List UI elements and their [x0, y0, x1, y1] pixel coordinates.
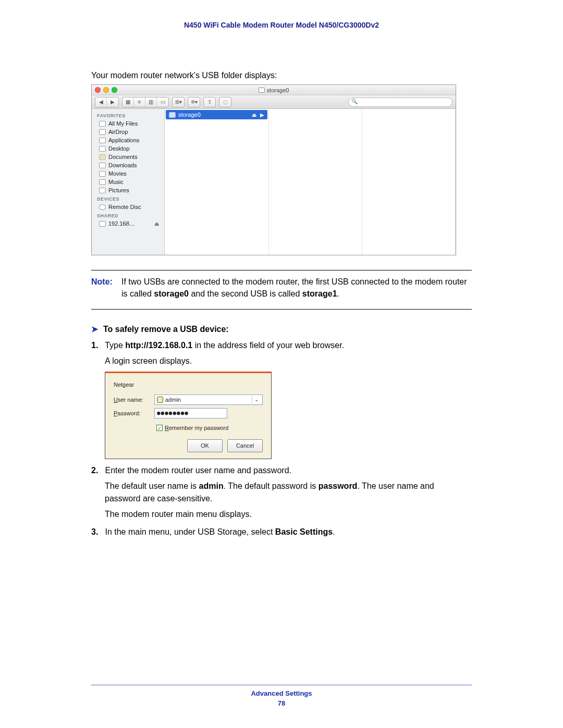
intro-text: Your modem router network's USB folder d… [91, 71, 472, 80]
procedure-title: To safely remove a USB device: [103, 325, 229, 334]
finder-column-3 [362, 109, 456, 255]
key-icon [157, 397, 163, 403]
cancel-button[interactable]: Cancel [227, 439, 263, 452]
column-view-icon[interactable]: ▥ [145, 97, 157, 107]
username-field[interactable]: admin ⌄ [154, 394, 263, 405]
all-my-files-icon [99, 121, 106, 127]
page-footer: Advanced Settings 78 [91, 664, 472, 707]
applications-icon [99, 138, 106, 143]
sidebar-item-downloads[interactable]: Downloads [92, 161, 164, 169]
step-number: 3. [91, 526, 103, 538]
zoom-icon[interactable] [112, 87, 117, 93]
arrange-button[interactable]: ⊞▾ [172, 97, 185, 107]
step-text: The default user name is admin. The defa… [105, 480, 472, 505]
action-button[interactable]: ✲▾ [188, 97, 200, 107]
sidebar-item-pictures[interactable]: Pictures [92, 186, 164, 194]
step-bold: admin [199, 482, 224, 490]
sidebar-item-movies[interactable]: Movies [92, 169, 164, 178]
list-view-icon[interactable]: ≡ [134, 97, 145, 107]
footer-divider [91, 685, 472, 685]
share-icon[interactable]: ⇪ [204, 97, 215, 107]
pictures-icon [99, 188, 106, 193]
server-icon [99, 221, 106, 227]
sidebar-head-favorites: FAVORITES [92, 111, 164, 119]
procedure-arrow-icon: ➤ [91, 324, 98, 334]
sidebar-item-music[interactable]: Music [92, 178, 164, 186]
sidebar-item-remote-disc[interactable]: Remote Disc [92, 203, 164, 211]
text-part: The default user name is [105, 482, 199, 490]
procedure-heading: ➤ To safely remove a USB device: [91, 324, 472, 334]
back-icon[interactable]: ◀ [95, 97, 107, 107]
step-bold: http://192.168.0.1 [125, 341, 192, 350]
window-controls[interactable] [95, 87, 117, 93]
steps-list: 1. Type http://192.168.0.1 in the addres… [91, 339, 472, 538]
password-value: ●●●●●●●● [157, 409, 189, 418]
step-3: 3. In the main menu, under USB Storage, … [105, 526, 472, 538]
selected-volume-label: storage0 [178, 112, 201, 118]
view-buttons[interactable]: ▦ ≡ ▥ ▭ [122, 97, 169, 107]
text-part: . The default password is [224, 482, 319, 490]
eject-icon[interactable]: ⏏ [154, 221, 159, 227]
sidebar-item-label: Desktop [108, 145, 129, 152]
eject-icon[interactable]: ⏏ [252, 112, 256, 118]
sidebar-item-label: Downloads [108, 162, 137, 168]
sidebar-item-all-my-files[interactable]: All My Files [92, 119, 164, 128]
finder-titlebar: storage0 [92, 85, 456, 95]
step-text: in the address field of your web browser… [192, 341, 344, 350]
finder-sidebar: FAVORITES All My Files AirDrop Applicati… [92, 109, 165, 255]
note-text: If two USBs are connected to the modem r… [121, 276, 472, 300]
selected-volume-row[interactable]: storage0 ⏏ ▶ [166, 110, 267, 119]
step-2: 2. Enter the modem router user name and … [105, 464, 472, 521]
finder-window: storage0 ◀ ▶ ▦ ≡ ▥ ▭ ⊞▾ ✲▾ ⇪ [91, 84, 456, 255]
nav-buttons[interactable]: ◀ ▶ [95, 97, 119, 107]
share-button[interactable]: ⇪ [203, 97, 216, 107]
checkbox-icon[interactable]: ✓ [156, 425, 163, 431]
sidebar-item-label: AirDrop [108, 129, 128, 135]
step-bold: password [319, 482, 358, 490]
disc-icon [99, 204, 106, 210]
tag-icon[interactable]: ◌ [219, 97, 231, 107]
step-text: Type [105, 341, 125, 350]
icon-view-icon[interactable]: ▦ [123, 97, 134, 107]
footer-page-number: 78 [91, 699, 472, 707]
gear-icon[interactable]: ✲▾ [188, 97, 200, 107]
finder-column-2 [269, 109, 362, 255]
step-bold: Basic Settings [275, 527, 333, 536]
step-text: The modem router main menu displays. [105, 508, 472, 521]
sidebar-item-applications[interactable]: Applications [92, 136, 164, 144]
step-text: Enter the modem router user name and pas… [105, 466, 291, 475]
sidebar-item-airdrop[interactable]: AirDrop [92, 128, 164, 136]
minimize-icon[interactable] [103, 87, 109, 93]
downloads-icon [99, 163, 106, 168]
ok-button[interactable]: OK [187, 439, 223, 452]
arrange-icon[interactable]: ⊞▾ [173, 97, 184, 107]
note-label: Note: [91, 276, 121, 300]
sidebar-item-label: 192.168… [108, 220, 135, 227]
tags-button[interactable]: ◌ [219, 97, 231, 107]
step-number: 2. [91, 464, 103, 477]
remember-checkbox-row[interactable]: ✓ Remember my password Remember my passw… [156, 424, 263, 433]
note-block: Note: If two USBs are connected to the m… [91, 276, 472, 300]
password-field[interactable]: ●●●●●●●● [154, 408, 227, 418]
step-number: 1. [91, 339, 103, 352]
chevron-down-icon[interactable]: ⌄ [252, 396, 260, 403]
close-icon[interactable] [95, 87, 101, 93]
drive-icon [169, 112, 176, 118]
documents-icon [99, 154, 106, 160]
divider [91, 270, 472, 270]
username-label: UUser name:ser name: [114, 396, 154, 404]
search-input[interactable] [348, 97, 452, 107]
sidebar-item-desktop[interactable]: Desktop [92, 144, 164, 153]
footer-section: Advanced Settings [91, 689, 472, 697]
sidebar-item-shared-server[interactable]: 192.168…⏏ [92, 219, 164, 228]
note-bold: storage1 [302, 289, 337, 298]
sidebar-item-label: Movies [108, 170, 127, 177]
window-title: storage0 [267, 87, 289, 93]
chevron-right-icon: ▶ [258, 112, 264, 118]
sidebar-item-label: Pictures [108, 187, 129, 193]
password-label: Password: [114, 409, 154, 418]
sidebar-item-documents[interactable]: Documents [92, 153, 164, 161]
coverflow-view-icon[interactable]: ▭ [157, 97, 168, 107]
forward-icon[interactable]: ▶ [107, 97, 118, 107]
sidebar-item-label: Applications [108, 137, 139, 143]
